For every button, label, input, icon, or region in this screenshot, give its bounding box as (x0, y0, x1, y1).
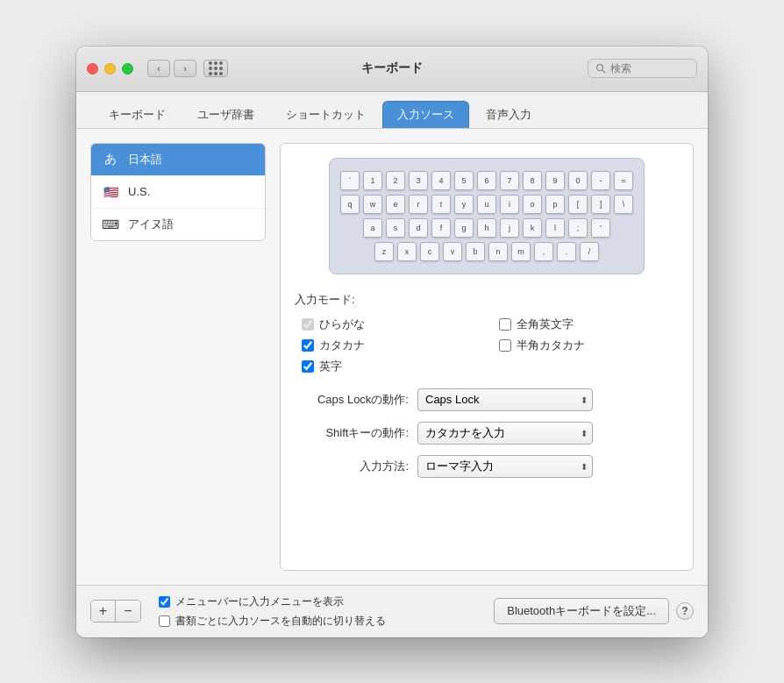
kb-key: s (386, 218, 405, 238)
kb-key: c (420, 242, 439, 261)
kb-key: o (523, 195, 542, 214)
add-remove-buttons: + − (90, 600, 141, 623)
sidebar-item-japanese[interactable]: あ 日本語 (91, 144, 265, 176)
auto-switch-row: 書類ごとに入力ソースを自動的に切り替える (159, 614, 494, 629)
tab-user-dict[interactable]: ユーザ辞書 (182, 101, 269, 128)
grid-button[interactable] (203, 60, 228, 77)
minimize-button[interactable] (104, 63, 116, 75)
svg-line-1 (602, 70, 605, 73)
checkbox-alpha: 英字 (302, 359, 481, 374)
titlebar: ‹ › キーボード (76, 46, 708, 92)
kb-key: - (591, 171, 610, 190)
shift-key-dropdown-wrapper: カタカナを入力 英字に切り替え ⬍ (417, 422, 593, 445)
kb-key: l (545, 218, 565, 238)
auto-switch-checkbox[interactable] (159, 615, 170, 627)
input-method-dropdown-wrapper: ローマ字入力 かな入力 ⬍ (417, 455, 593, 478)
kb-key: 6 (477, 171, 496, 190)
input-method-select[interactable]: ローマ字入力 かな入力 (417, 455, 593, 478)
bluetooth-button[interactable]: Bluetoothキーボードを設定... (494, 598, 669, 624)
forward-button[interactable]: › (174, 60, 196, 77)
checkbox-fullwidth: 全角英文字 (499, 317, 679, 332)
kb-key: b (466, 242, 485, 261)
kb-key: / (580, 242, 599, 261)
input-method-row: 入力方法: ローマ字入力 かな入力 ⬍ (295, 455, 679, 478)
caps-lock-dropdown-wrapper: Caps Lock 英字に切り替え オフ ⬍ (417, 388, 593, 411)
show-menu-row: メニューバーに入力メニューを表示 (159, 594, 494, 609)
kb-key: d (409, 218, 428, 238)
kb-key: u (477, 195, 496, 214)
hiragana-checkbox[interactable] (302, 318, 314, 331)
kb-key: k (523, 218, 542, 238)
caps-lock-row: Caps Lockの動作: Caps Lock 英字に切り替え オフ ⬍ (295, 388, 679, 411)
bottom-bar: + − メニューバーに入力メニューを表示 書類ごとに入力ソースを自動的に切り替え… (76, 585, 708, 637)
halfwidth-katakana-checkbox[interactable] (499, 339, 511, 352)
help-button[interactable]: ? (676, 602, 694, 620)
kb-key: m (511, 242, 531, 261)
tab-voice-input[interactable]: 音声入力 (471, 101, 546, 128)
kb-row-3: a s d f g h j k l ; ' (344, 218, 630, 238)
katakana-label: カタカナ (319, 338, 365, 353)
kb-key: 3 (409, 171, 428, 190)
kb-key: q (340, 195, 360, 214)
kb-key: ` (340, 171, 360, 190)
kb-key: x (397, 242, 417, 261)
kb-key: n (488, 242, 508, 261)
kb-key: 5 (454, 171, 474, 190)
close-button[interactable] (87, 63, 98, 75)
search-icon (595, 63, 606, 74)
shift-key-label: Shiftキーの動作: (295, 425, 409, 441)
fullwidth-checkbox[interactable] (499, 318, 511, 331)
show-menu-checkbox[interactable] (159, 596, 170, 608)
add-button[interactable]: + (91, 601, 116, 622)
kb-key: h (477, 218, 496, 238)
shift-key-select[interactable]: カタカナを入力 英字に切り替え (417, 422, 593, 445)
kb-key: w (363, 195, 382, 214)
content-area: あ 日本語 🇺🇸 U.S. ⌨ アイヌ語 ` 1 2 3 4 (76, 129, 708, 585)
back-button[interactable]: ‹ (147, 60, 170, 77)
bottom-right: Bluetoothキーボードを設定... ? (494, 598, 694, 624)
kb-key: 0 (568, 171, 588, 190)
search-box[interactable] (588, 59, 697, 78)
kb-key: \ (614, 195, 633, 214)
us-icon: 🇺🇸 (102, 183, 119, 201)
auto-switch-label: 書類ごとに入力ソースを自動的に切り替える (175, 614, 386, 629)
alpha-checkbox[interactable] (302, 360, 314, 373)
sidebar-item-us[interactable]: 🇺🇸 U.S. (91, 176, 265, 209)
remove-button[interactable]: − (116, 601, 140, 622)
caps-lock-select[interactable]: Caps Lock 英字に切り替え オフ (417, 388, 593, 411)
input-method-label: 入力方法: (295, 459, 409, 474)
kb-key: 4 (431, 171, 451, 190)
tab-shortcuts[interactable]: ショートカット (271, 101, 381, 128)
kb-key: . (557, 242, 576, 261)
show-menu-label: メニューバーに入力メニューを表示 (175, 594, 344, 609)
shift-key-row: Shiftキーの動作: カタカナを入力 英字に切り替え ⬍ (295, 422, 679, 445)
kb-key: 1 (363, 171, 382, 190)
kb-row-4: z x c v b n m , . / (344, 242, 630, 261)
keyboard-visual: ` 1 2 3 4 5 6 7 8 9 0 - = q w e (329, 158, 645, 274)
right-panel: ` 1 2 3 4 5 6 7 8 9 0 - = q w e (280, 143, 694, 571)
kb-key: ' (591, 218, 610, 238)
sidebar-label-us: U.S. (128, 185, 150, 198)
kb-key: 7 (500, 171, 519, 190)
kb-key: a (363, 218, 382, 238)
sidebar-item-ainu[interactable]: ⌨ アイヌ語 (91, 209, 265, 240)
kb-key: [ (568, 195, 588, 214)
kb-key: v (443, 242, 462, 261)
kb-key: i (500, 195, 519, 214)
katakana-checkbox[interactable] (302, 339, 314, 352)
tab-keyboard[interactable]: キーボード (94, 101, 181, 128)
hiragana-label: ひらがな (319, 317, 365, 332)
kb-key: , (534, 242, 553, 261)
tab-input-sources[interactable]: 入力ソース (382, 101, 469, 128)
main-window: ‹ › キーボード キーボード ユーザ辞書 ショートカット 入力ソース 音声入力 (76, 46, 708, 637)
input-mode-title: 入力モード: (295, 292, 679, 308)
halfwidth-katakana-label: 半角カタカナ (517, 338, 585, 353)
kb-key: 9 (545, 171, 565, 190)
kb-key: p (545, 195, 565, 214)
maximize-button[interactable] (122, 63, 133, 75)
input-mode-checkboxes: ひらがな 全角英文字 カタカナ 半角カタカナ 英字 (295, 317, 679, 374)
search-input[interactable] (610, 62, 689, 75)
kb-row-1: ` 1 2 3 4 5 6 7 8 9 0 - = (344, 171, 630, 190)
kb-key: e (386, 195, 405, 214)
sidebar-label-japanese: 日本語 (128, 152, 162, 167)
